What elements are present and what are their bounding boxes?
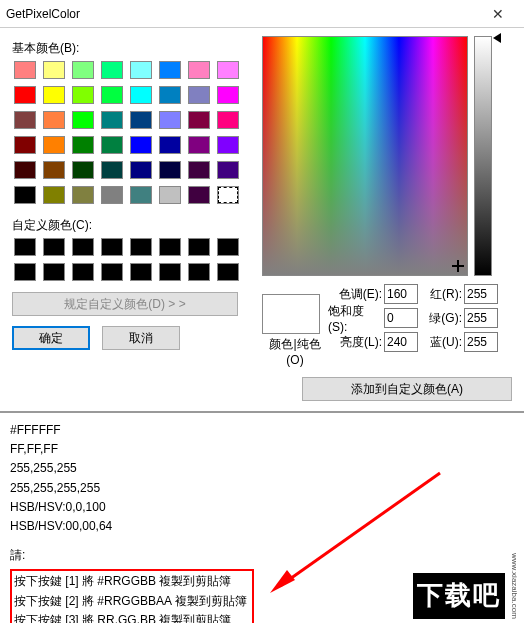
basic-swatch[interactable] — [157, 59, 183, 81]
custom-colors-label: 自定义颜色(C): — [12, 217, 252, 234]
custom-swatch[interactable] — [215, 236, 241, 258]
basic-swatch[interactable] — [186, 134, 212, 156]
basic-swatch[interactable] — [12, 109, 38, 131]
color-gradient-picker[interactable] — [262, 36, 468, 276]
basic-colors-grid — [12, 59, 244, 209]
basic-swatch[interactable] — [157, 84, 183, 106]
basic-swatch[interactable] — [128, 184, 154, 206]
basic-swatch[interactable] — [128, 109, 154, 131]
cancel-button[interactable]: 取消 — [102, 326, 180, 350]
ok-button[interactable]: 确定 — [12, 326, 90, 350]
luminance-slider[interactable] — [474, 36, 492, 276]
sat-label: 饱和度(S): — [328, 303, 382, 334]
color-dialog: 基本颜色(B): 自定义颜色(C): 规定自定义颜色(D) > > 确定 取消 — [0, 28, 524, 413]
basic-swatch[interactable] — [70, 59, 96, 81]
custom-swatch[interactable] — [99, 236, 125, 258]
basic-swatch[interactable] — [186, 159, 212, 181]
basic-swatch[interactable] — [99, 84, 125, 106]
basic-swatch[interactable] — [128, 84, 154, 106]
watermark-url: www.xiazaiba.com — [507, 553, 520, 619]
basic-swatch[interactable] — [215, 134, 241, 156]
hue-input[interactable] — [384, 284, 418, 304]
sat-input[interactable] — [384, 308, 418, 328]
hue-label: 色调(E): — [339, 286, 382, 303]
basic-swatch[interactable] — [99, 59, 125, 81]
basic-swatch[interactable] — [186, 59, 212, 81]
basic-swatch[interactable] — [215, 109, 241, 131]
custom-swatch[interactable] — [70, 261, 96, 283]
output-area: #FFFFFFFF,FF,FF255,255,255255,255,255,25… — [0, 413, 524, 623]
green-input[interactable] — [464, 308, 498, 328]
custom-swatch[interactable] — [186, 261, 212, 283]
basic-swatch[interactable] — [12, 134, 38, 156]
custom-swatch[interactable] — [12, 236, 38, 258]
basic-swatch[interactable] — [157, 159, 183, 181]
custom-swatch[interactable] — [215, 261, 241, 283]
solid-color-label: 颜色|纯色(O) — [262, 336, 328, 367]
basic-swatch[interactable] — [99, 109, 125, 131]
custom-swatch[interactable] — [186, 236, 212, 258]
basic-swatch[interactable] — [186, 184, 212, 206]
basic-swatch[interactable] — [128, 59, 154, 81]
custom-swatch[interactable] — [70, 236, 96, 258]
basic-swatch[interactable] — [41, 134, 67, 156]
basic-swatch[interactable] — [41, 184, 67, 206]
hint-line: 按下按鍵 [2] 將 #RRGGBBAA 複製到剪貼簿 — [14, 592, 250, 611]
basic-swatch[interactable] — [128, 134, 154, 156]
output-line: HSB/HSV:00,00,64 — [10, 517, 514, 536]
custom-swatch[interactable] — [41, 236, 67, 258]
basic-swatch[interactable] — [215, 159, 241, 181]
basic-swatch[interactable] — [70, 134, 96, 156]
custom-swatch[interactable] — [41, 261, 67, 283]
custom-swatch[interactable] — [128, 261, 154, 283]
basic-swatch[interactable] — [70, 159, 96, 181]
basic-swatch[interactable] — [12, 84, 38, 106]
hint-line: 按下按鍵 [1] 將 #RRGGBB 複製到剪貼簿 — [14, 572, 250, 591]
luminance-pointer-icon — [493, 33, 501, 43]
basic-swatch[interactable] — [99, 159, 125, 181]
basic-swatch[interactable] — [12, 159, 38, 181]
basic-swatch[interactable] — [99, 184, 125, 206]
basic-swatch[interactable] — [70, 184, 96, 206]
custom-swatch[interactable] — [128, 236, 154, 258]
color-preview — [262, 294, 320, 334]
basic-swatch[interactable] — [12, 59, 38, 81]
lum-label: 亮度(L): — [340, 334, 382, 351]
basic-swatch[interactable] — [128, 159, 154, 181]
define-custom-button: 规定自定义颜色(D) > > — [12, 292, 238, 316]
basic-swatch[interactable] — [157, 109, 183, 131]
basic-swatch[interactable] — [157, 184, 183, 206]
basic-swatch[interactable] — [41, 59, 67, 81]
basic-swatch[interactable] — [186, 84, 212, 106]
basic-swatch[interactable] — [70, 109, 96, 131]
basic-swatch[interactable] — [157, 134, 183, 156]
red-label: 红(R): — [430, 286, 462, 303]
red-input[interactable] — [464, 284, 498, 304]
output-line: 255,255,255 — [10, 459, 514, 478]
custom-swatch[interactable] — [157, 236, 183, 258]
basic-swatch[interactable] — [12, 184, 38, 206]
output-lines: #FFFFFFFF,FF,FF255,255,255255,255,255,25… — [10, 421, 514, 536]
basic-swatch[interactable] — [41, 109, 67, 131]
blue-input[interactable] — [464, 332, 498, 352]
custom-swatch[interactable] — [157, 261, 183, 283]
watermark: 下载吧 www.xiazaiba.com — [413, 553, 520, 619]
lum-input[interactable] — [384, 332, 418, 352]
watermark-logo: 下载吧 — [413, 573, 505, 619]
blue-label: 蓝(U): — [430, 334, 462, 351]
basic-swatch[interactable] — [70, 84, 96, 106]
output-line: HSB/HSV:0,0,100 — [10, 498, 514, 517]
basic-swatch[interactable] — [215, 84, 241, 106]
close-icon[interactable]: ✕ — [478, 6, 518, 22]
basic-swatch[interactable] — [215, 184, 241, 206]
basic-swatch[interactable] — [215, 59, 241, 81]
hints-box: 按下按鍵 [1] 將 #RRGGBB 複製到剪貼簿按下按鍵 [2] 將 #RRG… — [10, 569, 254, 623]
add-custom-button[interactable]: 添加到自定义颜色(A) — [302, 377, 512, 401]
custom-swatch[interactable] — [12, 261, 38, 283]
basic-swatch[interactable] — [41, 84, 67, 106]
basic-swatch[interactable] — [99, 134, 125, 156]
basic-swatch[interactable] — [186, 109, 212, 131]
titlebar: GetPixelColor ✕ — [0, 0, 524, 28]
basic-swatch[interactable] — [41, 159, 67, 181]
custom-swatch[interactable] — [99, 261, 125, 283]
